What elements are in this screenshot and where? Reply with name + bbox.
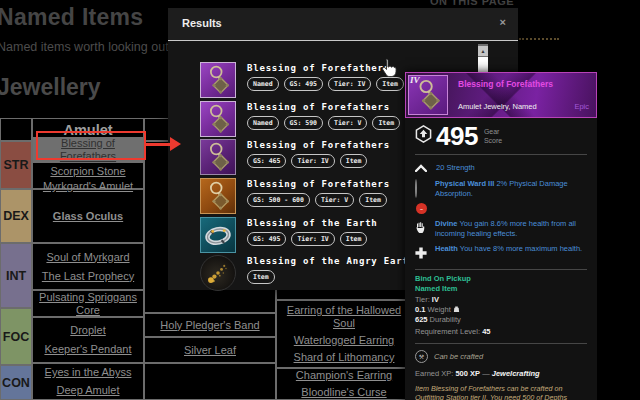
badge-gs: GS: 495 bbox=[247, 232, 286, 246]
requirement-line: Requirement Level: 45 bbox=[415, 327, 587, 337]
cell-int-amulet: Soul of Myrkgard The Last Prophecy bbox=[32, 243, 144, 290]
tier-numeral: IV bbox=[410, 75, 420, 85]
divider bbox=[415, 154, 587, 155]
row-label-str: STR bbox=[0, 141, 32, 189]
link-droplet[interactable]: Droplet bbox=[70, 324, 105, 337]
result-name: Blessing of Forefathers bbox=[247, 179, 390, 189]
perk-physical-ward: Physical Ward III 2% Physical Damage Abs… bbox=[415, 179, 587, 199]
row-label-dex: DEX bbox=[0, 189, 32, 243]
tooltip-header: IV Blessing of Forefathers Amulet Jewelr… bbox=[405, 72, 597, 118]
link-pulsating-spriggans-core[interactable]: Pulsating Spriggans Core bbox=[33, 291, 143, 317]
named-item-label: Named Item bbox=[415, 284, 587, 294]
gear-score-row: 495 GearScore bbox=[415, 125, 587, 147]
cell-ring-holy: Holy Pledger's Band bbox=[144, 313, 276, 337]
link-silver-leaf[interactable]: Silver Leaf bbox=[184, 344, 236, 357]
can-be-crafted-row: ⚒ Can be crafted bbox=[415, 350, 587, 363]
result-name: Blessing of Forefathers bbox=[247, 140, 390, 150]
attribute-row: 20 Strength bbox=[415, 163, 587, 172]
cell-int-amulet-2: Pulsating Spriggans Core bbox=[32, 290, 144, 317]
results-title: Results bbox=[182, 17, 222, 29]
gold-dust-item-icon bbox=[200, 255, 236, 291]
attribute-value: 20 Strength bbox=[436, 163, 475, 172]
link-soul-of-myrkgard[interactable]: Soul of Myrkgard bbox=[46, 251, 129, 264]
link-holy-pledgers-band[interactable]: Holy Pledger's Band bbox=[160, 319, 259, 332]
annotation-arrow-head bbox=[170, 137, 181, 151]
badge-tier: Tier: IV bbox=[291, 232, 334, 246]
row-label-foc: FOC bbox=[0, 308, 32, 365]
tier-line: Tier: IV bbox=[415, 295, 587, 305]
badge-item: Item bbox=[372, 116, 400, 130]
annotation-highlight-box bbox=[36, 131, 146, 160]
close-icon[interactable]: × bbox=[500, 16, 506, 28]
badge-gs: GS: 500 - 600 bbox=[247, 193, 310, 207]
item-tooltip: IV Blessing of Forefathers Amulet Jewelr… bbox=[405, 72, 597, 400]
perk-name: Divine bbox=[435, 219, 458, 228]
gear-score-hexagon-icon bbox=[415, 125, 432, 143]
table-header-blank bbox=[0, 118, 32, 141]
durability-line: 625 Durability bbox=[415, 315, 587, 325]
perk-name: Health bbox=[435, 244, 458, 253]
perk-divine: Divine You gain 8.6% more health from al… bbox=[415, 219, 587, 239]
link-eyes-in-the-abyss[interactable]: Eyes in the Abyss bbox=[45, 366, 132, 379]
cell-foc-amulet: Droplet Keeper's Pendant bbox=[32, 317, 144, 363]
scrollbar-up-icon[interactable]: ▲ bbox=[478, 46, 488, 56]
link-shard-of-lithomancy[interactable]: Shard of Lithomancy bbox=[294, 351, 395, 364]
section-heading-jewellery: Jewellery bbox=[0, 74, 101, 101]
rarity-label: Epic bbox=[574, 102, 589, 111]
tooltip-item-type: Amulet Jewelry, Named bbox=[458, 102, 537, 111]
badge-named: Named bbox=[247, 77, 279, 91]
badge-item: Item bbox=[340, 154, 368, 168]
ward-sphere-icon bbox=[415, 179, 417, 198]
link-earring-of-the-hallowed-soul[interactable]: Earring of the Hallowed Soul bbox=[277, 304, 411, 330]
cell-ring-bottom bbox=[144, 363, 276, 400]
badge-gs: GS: 590 bbox=[284, 116, 323, 130]
score-label: Score bbox=[484, 137, 502, 144]
hand-cursor-icon bbox=[381, 58, 397, 82]
link-waterlogged-earring[interactable]: Waterlogged Earring bbox=[294, 334, 394, 347]
result-name: Blessing of the Angry Earth bbox=[247, 256, 415, 266]
badge-item: Item bbox=[247, 270, 275, 284]
link-scorpion-stone[interactable]: Scorpion Stone bbox=[50, 165, 125, 178]
dotted-underline-link[interactable] bbox=[519, 33, 559, 40]
perk-text: You have 8% more maximum health. bbox=[458, 244, 582, 253]
ring-item-icon bbox=[200, 217, 236, 253]
link-champions-earring[interactable]: Champion's Earring bbox=[296, 369, 392, 382]
red-badge-icon: ~ bbox=[416, 203, 427, 214]
bind-on-pickup-label: Bind On Pickup bbox=[415, 274, 587, 284]
link-glass-oculus[interactable]: Glass Oculus bbox=[53, 210, 123, 223]
divider bbox=[415, 343, 587, 344]
link-keepers-pendant[interactable]: Keeper's Pendant bbox=[44, 343, 131, 356]
cell-ring-silver: Silver Leaf bbox=[144, 337, 276, 363]
screen: Named Items Named items worth looking ou… bbox=[0, 0, 640, 400]
perk-health: Health You have 8% more maximum health. bbox=[415, 244, 587, 263]
badge-tier: Tier: V bbox=[315, 193, 354, 207]
row-label-int: INT bbox=[0, 243, 32, 308]
crafting-note: Item Blessing of Forefathers can be craf… bbox=[415, 384, 587, 400]
link-bloodlines-curse[interactable]: Bloodline's Curse bbox=[301, 386, 386, 399]
cell-earring-bottom: Champion's Earring Bloodline's Curse bbox=[276, 368, 412, 400]
weight-line: 0.1 Weight bbox=[415, 305, 587, 315]
weight-icon bbox=[453, 305, 460, 313]
gear-score-value: 495 bbox=[436, 125, 478, 147]
page-title: Named Items bbox=[0, 4, 143, 31]
health-cross-icon bbox=[415, 247, 427, 259]
badge-named: Named bbox=[247, 116, 279, 130]
link-the-last-prophecy[interactable]: The Last Prophecy bbox=[42, 270, 134, 283]
annotation-arrow-line bbox=[146, 143, 171, 146]
badge-tier: Tier: V bbox=[328, 116, 367, 130]
badge-item: Item bbox=[359, 193, 387, 207]
badge-gs: GS: 465 bbox=[247, 154, 286, 168]
divider bbox=[415, 269, 587, 270]
perk-name: Physical Ward III bbox=[435, 179, 494, 188]
result-name: Blessing of the Earth bbox=[247, 218, 378, 228]
gear-label: Gear bbox=[484, 128, 500, 135]
badge-gs: GS: 495 bbox=[284, 77, 323, 91]
cell-earring-top: Earring of the Hallowed Soul Waterlogged… bbox=[276, 300, 412, 368]
on-this-page-label: ON THIS PAGE bbox=[430, 0, 514, 7]
amulet-item-icon bbox=[200, 62, 236, 98]
item-info-block: Bind On Pickup Named Item Tier: IV 0.1 W… bbox=[415, 274, 587, 338]
tooltip-item-name: Blessing of Forefathers bbox=[458, 79, 553, 89]
cell-dex-amulet: Glass Oculus bbox=[32, 189, 144, 243]
link-deep-amulet[interactable]: Deep Amulet bbox=[57, 384, 120, 397]
earned-xp-line: Earned XP: 500 XP — Jewelcrafting bbox=[415, 369, 587, 378]
